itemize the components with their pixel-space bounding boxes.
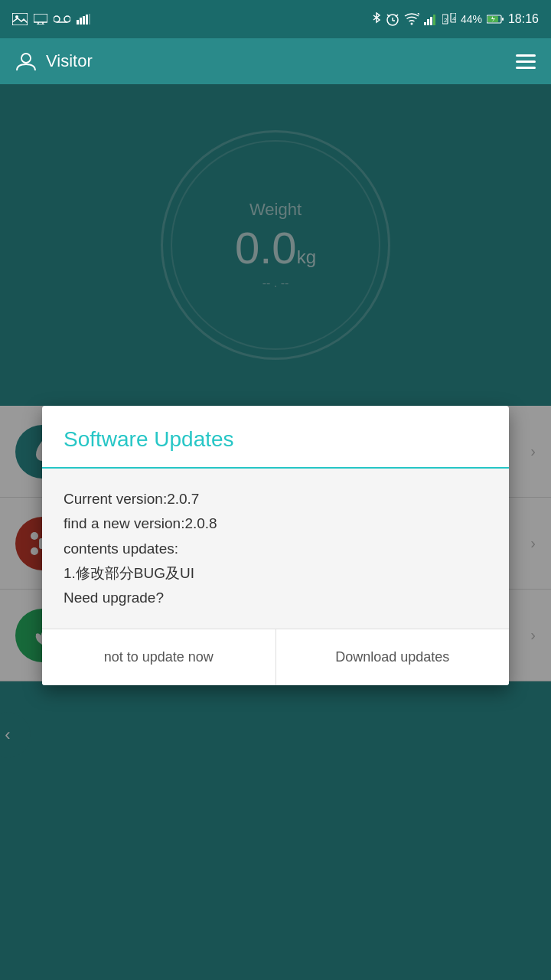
dialog-actions: not to update now Download updates bbox=[42, 629, 509, 685]
svg-point-32 bbox=[21, 54, 31, 63]
status-icons-right: 2 4 44% 18:16 bbox=[372, 12, 539, 26]
battery-icon bbox=[487, 15, 504, 24]
svg-point-6 bbox=[54, 16, 60, 22]
svg-rect-9 bbox=[77, 20, 79, 24]
svg-rect-22 bbox=[427, 19, 429, 25]
svg-text:4: 4 bbox=[452, 15, 456, 22]
svg-rect-24 bbox=[433, 15, 435, 25]
dialog-line2: find a new version:2.0.8 bbox=[64, 511, 487, 536]
svg-rect-2 bbox=[34, 14, 47, 22]
sim-icon: 2 4 bbox=[442, 13, 456, 25]
svg-rect-10 bbox=[80, 18, 82, 24]
download-button[interactable]: Download updates bbox=[276, 629, 510, 685]
app-bar-left: Visitor bbox=[15, 51, 93, 72]
svg-text:2: 2 bbox=[444, 17, 448, 24]
svg-rect-23 bbox=[430, 17, 432, 25]
bars-icon bbox=[77, 14, 90, 24]
svg-rect-0 bbox=[12, 13, 28, 25]
alarm-icon bbox=[386, 12, 399, 26]
signal-icon bbox=[424, 13, 438, 25]
dialog-line5: Need upgrade? bbox=[64, 586, 487, 610]
svg-point-7 bbox=[64, 16, 70, 22]
screen-icon bbox=[34, 14, 47, 24]
dialog-line3: contents updates: bbox=[64, 537, 487, 561]
svg-point-19 bbox=[410, 23, 412, 25]
dialog-line4: 1.修改部分BUG及UI bbox=[64, 561, 487, 586]
svg-rect-21 bbox=[424, 22, 426, 25]
dialog-content: Current version:2.0.7 find a new version… bbox=[42, 469, 509, 629]
svg-rect-11 bbox=[83, 16, 85, 24]
voicemail-icon bbox=[54, 14, 70, 24]
wifi-icon bbox=[404, 13, 419, 25]
status-bar: 2 4 44% 18:16 bbox=[0, 0, 551, 38]
cancel-button[interactable]: not to update now bbox=[42, 629, 276, 685]
svg-line-20 bbox=[418, 13, 419, 15]
app-title: Visitor bbox=[46, 51, 93, 71]
bluetooth-icon bbox=[372, 12, 381, 26]
svg-rect-31 bbox=[502, 18, 504, 21]
dialog-title: Software Updates bbox=[64, 427, 487, 452]
app-bar: Visitor bbox=[0, 38, 551, 84]
svg-line-17 bbox=[387, 15, 390, 17]
gallery-icon bbox=[12, 13, 28, 25]
svg-rect-13 bbox=[89, 14, 90, 24]
dialog-title-area: Software Updates bbox=[42, 406, 509, 469]
time: 18:16 bbox=[508, 12, 539, 26]
svg-rect-12 bbox=[86, 15, 88, 24]
battery-percent: 44% bbox=[461, 13, 482, 25]
software-update-dialog: Software Updates Current version:2.0.7 f… bbox=[42, 406, 509, 685]
menu-button[interactable] bbox=[516, 54, 536, 69]
main-content: Weight 0.0kg -- . -- ‹ Moisture bbox=[0, 84, 551, 980]
user-icon bbox=[15, 51, 37, 72]
status-icons-left bbox=[12, 13, 90, 25]
svg-line-18 bbox=[396, 15, 398, 17]
dialog-line1: Current version:2.0.7 bbox=[64, 487, 487, 511]
